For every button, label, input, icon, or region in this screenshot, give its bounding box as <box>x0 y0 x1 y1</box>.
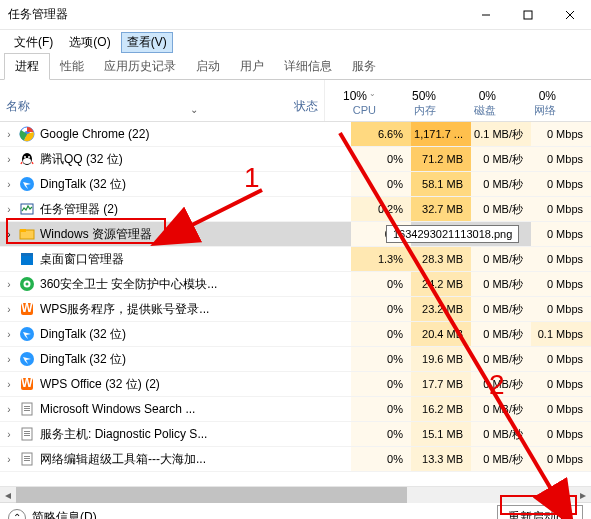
generic-icon <box>18 401 36 417</box>
dingtalk-icon <box>18 176 36 192</box>
expand-icon[interactable]: › <box>0 204 18 215</box>
svg-rect-1 <box>524 11 532 19</box>
expand-icon[interactable]: › <box>0 379 18 390</box>
svg-rect-27 <box>24 408 30 409</box>
tab-details[interactable]: 详细信息 <box>274 54 342 79</box>
cell-disk: 0 MB/秒 <box>471 172 531 196</box>
cell-mem: 24.2 MB <box>411 272 471 296</box>
column-memory[interactable]: 50% 内存 <box>384 80 444 121</box>
cpu-pct: 10% <box>343 89 367 103</box>
network-label: 网络 <box>534 103 556 117</box>
cell-cpu: 0.... <box>351 222 411 246</box>
table-row[interactable]: ›WWPS Office (32 位) (2)0%17.7 MB0 MB/秒0 … <box>0 372 591 397</box>
expand-icon[interactable]: › <box>0 429 18 440</box>
cell-net: 0 Mbps <box>531 397 591 421</box>
maximize-button[interactable] <box>507 0 549 30</box>
cell-net: 0 Mbps <box>531 247 591 271</box>
column-network[interactable]: 0% 网络 <box>504 80 564 121</box>
cell-cpu: 0% <box>351 372 411 396</box>
menu-file[interactable]: 文件(F) <box>8 32 59 53</box>
expand-icon[interactable]: › <box>0 229 18 240</box>
cell-net: 0 Mbps <box>531 197 591 221</box>
fewer-details-icon[interactable]: ⌃ <box>8 509 26 520</box>
svg-text:W: W <box>21 376 33 390</box>
menu-options[interactable]: 选项(O) <box>63 32 116 53</box>
column-name[interactable]: 名称 ⌄ <box>0 80 204 121</box>
disk-pct: 0% <box>479 89 496 103</box>
scroll-left-icon[interactable]: ◂ <box>0 488 16 502</box>
table-row[interactable]: ›Microsoft Windows Search ...0%16.2 MB0 … <box>0 397 591 422</box>
table-row[interactable]: ›网络编辑超级工具箱---大海加...0%13.3 MB0 MB/秒0 Mbps <box>0 447 591 472</box>
expand-icon[interactable]: › <box>0 404 18 415</box>
process-table[interactable]: ›Google Chrome (22)6.6%1,171.7 ...0.1 MB… <box>0 122 591 486</box>
tab-performance[interactable]: 性能 <box>50 54 94 79</box>
column-name-label: 名称 <box>6 98 30 115</box>
scroll-track[interactable] <box>16 487 575 503</box>
column-disk[interactable]: 0% 磁盘 <box>444 80 504 121</box>
svg-rect-26 <box>24 406 30 407</box>
memory-label: 内存 <box>414 103 436 117</box>
column-status[interactable]: 状态 <box>204 80 324 121</box>
expand-icon[interactable]: › <box>0 354 18 365</box>
scroll-right-icon[interactable]: ▸ <box>575 488 591 502</box>
cell-disk: 0 MB/秒 <box>471 347 531 371</box>
taskmgr-icon <box>18 201 36 217</box>
cell-net: 0 Mbps <box>531 172 591 196</box>
network-pct: 0% <box>539 89 556 103</box>
expand-icon[interactable]: › <box>0 129 18 140</box>
expand-icon[interactable]: › <box>0 154 18 165</box>
tab-users[interactable]: 用户 <box>230 54 274 79</box>
process-name: 腾讯QQ (32 位) <box>36 151 231 168</box>
minimize-button[interactable] <box>465 0 507 30</box>
table-row[interactable]: ›Google Chrome (22)6.6%1,171.7 ...0.1 MB… <box>0 122 591 147</box>
table-row[interactable]: ›Windows 资源管理器0....0 Mbps <box>0 222 591 247</box>
close-button[interactable] <box>549 0 591 30</box>
table-row[interactable]: ›DingTalk (32 位)0%58.1 MB0 MB/秒0 Mbps <box>0 172 591 197</box>
scroll-thumb[interactable] <box>16 487 407 503</box>
table-row[interactable]: ›DingTalk (32 位)0%20.4 MB0 MB/秒0.1 Mbps <box>0 322 591 347</box>
cell-mem: 17.7 MB <box>411 372 471 396</box>
cell-net: 0 Mbps <box>531 447 591 471</box>
table-row[interactable]: ›任务管理器 (2)0.2%32.7 MB0 MB/秒0 Mbps <box>0 197 591 222</box>
process-name: 桌面窗口管理器 <box>36 251 231 268</box>
svg-rect-15 <box>21 253 33 256</box>
table-row[interactable]: 桌面窗口管理器1.3%28.3 MB0 MB/秒0 Mbps <box>0 247 591 272</box>
expand-icon[interactable]: › <box>0 304 18 315</box>
column-cpu[interactable]: 10%⌄ CPU <box>324 80 384 121</box>
restart-button[interactable]: 重新启动(E) <box>497 505 583 519</box>
cell-disk: 0 MB/秒 <box>471 322 531 346</box>
tab-processes[interactable]: 进程 <box>4 53 50 80</box>
expand-icon[interactable]: › <box>0 329 18 340</box>
cell-disk: 0.1 MB/秒 <box>471 122 531 146</box>
menu-view[interactable]: 查看(V) <box>121 32 173 53</box>
cell-net: 0 Mbps <box>531 222 591 246</box>
column-status-label: 状态 <box>294 98 318 115</box>
svg-point-18 <box>26 283 29 286</box>
svg-rect-31 <box>24 433 30 434</box>
cell-net: 0 Mbps <box>531 347 591 371</box>
fewer-details-label[interactable]: 简略信息(D) <box>32 509 97 519</box>
process-name: 360安全卫士 安全防护中心模块... <box>36 276 231 293</box>
cell-mem: 20.4 MB <box>411 322 471 346</box>
cell-disk: 0 MB/秒 <box>471 272 531 296</box>
table-row[interactable]: ›服务主机: Diagnostic Policy S...0%15.1 MB0 … <box>0 422 591 447</box>
table-row[interactable]: ›DingTalk (32 位)0%19.6 MB0 MB/秒0 Mbps <box>0 347 591 372</box>
table-row[interactable]: ›WWPS服务程序，提供账号登录...0%23.2 MB0 MB/秒0 Mbps <box>0 297 591 322</box>
tab-startup[interactable]: 启动 <box>186 54 230 79</box>
tab-app-history[interactable]: 应用历史记录 <box>94 54 186 79</box>
expand-icon[interactable]: › <box>0 279 18 290</box>
expand-icon[interactable]: › <box>0 179 18 190</box>
tab-services[interactable]: 服务 <box>342 54 386 79</box>
360-icon <box>18 276 36 292</box>
process-name: Windows 资源管理器 <box>36 226 231 243</box>
table-row[interactable]: ›360安全卫士 安全防护中心模块...0%24.2 MB0 MB/秒0 Mbp… <box>0 272 591 297</box>
expand-icon[interactable]: › <box>0 454 18 465</box>
svg-rect-30 <box>24 431 30 432</box>
process-name: Microsoft Windows Search ... <box>36 402 231 416</box>
svg-point-9 <box>28 156 30 158</box>
horizontal-scrollbar[interactable]: ◂ ▸ <box>0 486 591 502</box>
table-row[interactable]: ›腾讯QQ (32 位)0%71.2 MB0 MB/秒0 Mbps <box>0 147 591 172</box>
process-name: Google Chrome (22) <box>36 127 231 141</box>
disk-label: 磁盘 <box>474 103 496 117</box>
cell-net: 0 Mbps <box>531 272 591 296</box>
